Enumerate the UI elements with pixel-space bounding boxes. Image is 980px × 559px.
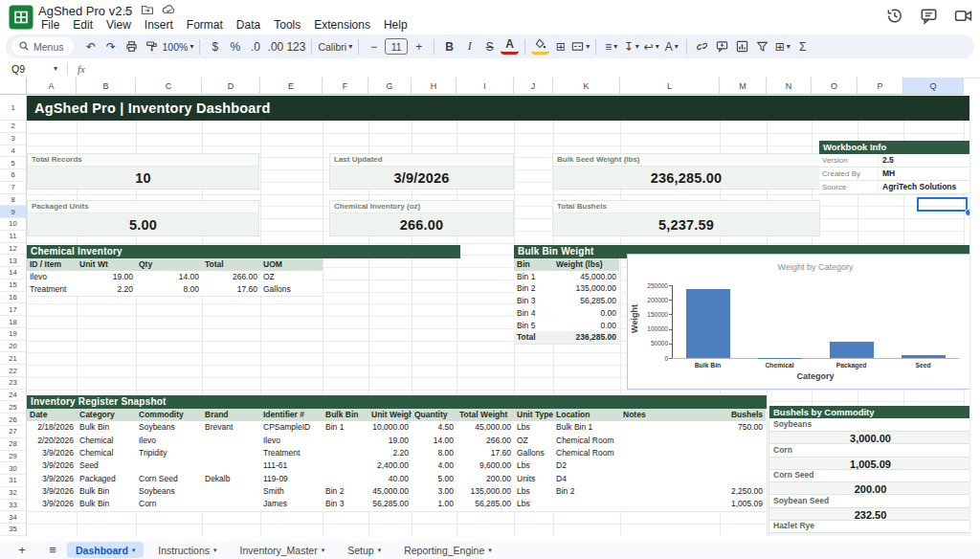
register-header-cell[interactable]: Brand bbox=[202, 409, 260, 421]
stat-card-bulk-seed-weight-lbs[interactable]: Bulk Seed Weight (lbs)236,285.00 bbox=[552, 153, 820, 190]
bushels-value-soybean-seed[interactable]: 232.50 bbox=[769, 507, 971, 521]
register-header-cell[interactable]: Identifier # bbox=[260, 409, 323, 421]
sheet-tab-inventory-master[interactable]: Inventory_Master▾ bbox=[232, 542, 334, 558]
register-cell[interactable]: 2.20 bbox=[368, 447, 412, 459]
register-cell[interactable]: 45,000.00 bbox=[368, 485, 412, 498]
row-header-11[interactable]: 11 bbox=[0, 231, 27, 243]
register-cell[interactable] bbox=[202, 498, 260, 510]
row-header-7[interactable]: 7 bbox=[0, 182, 27, 194]
column-header-A[interactable]: A bbox=[27, 78, 77, 95]
workbook-info-row[interactable]: Created ByMH bbox=[819, 168, 969, 181]
menu-file[interactable]: File bbox=[34, 17, 66, 34]
register-cell[interactable]: Soybeans bbox=[136, 485, 202, 498]
register-cell[interactable] bbox=[136, 459, 202, 472]
register-cell[interactable]: OZ bbox=[514, 435, 553, 447]
star-icon[interactable]: ☆ bbox=[122, 5, 133, 18]
row-header-24[interactable]: 24 bbox=[0, 390, 27, 402]
row-header-4[interactable]: 4 bbox=[0, 145, 27, 158]
register-cell[interactable] bbox=[620, 473, 720, 485]
add-sheet-button[interactable]: + bbox=[13, 543, 31, 557]
workbook-info-row[interactable]: Version2.5 bbox=[819, 154, 969, 168]
register-cell[interactable] bbox=[202, 447, 260, 459]
sheet-tab-menu-icon[interactable]: ▾ bbox=[213, 547, 217, 554]
column-header-G[interactable]: G bbox=[368, 78, 412, 95]
register-header-cell[interactable]: Bulk Bin bbox=[323, 409, 368, 421]
register-cell[interactable]: 3/9/2026 bbox=[27, 473, 77, 485]
sheet-tab-menu-icon[interactable]: ▾ bbox=[132, 547, 136, 554]
row-header-30[interactable]: 30 bbox=[0, 462, 27, 475]
chemical-header-cell[interactable]: Qty bbox=[136, 258, 202, 271]
register-cell[interactable]: 200.00 bbox=[457, 473, 514, 485]
column-header-J[interactable]: J bbox=[514, 78, 553, 95]
register-cell[interactable]: Lbs bbox=[514, 498, 553, 510]
text-rotation-button[interactable]: A▾ bbox=[662, 37, 680, 56]
column-header-F[interactable]: F bbox=[323, 78, 368, 95]
menu-edit[interactable]: Edit bbox=[66, 17, 100, 34]
menu-format[interactable]: Format bbox=[180, 17, 230, 34]
sheet-tab-reporting-engine[interactable]: Reporting_Engine▾ bbox=[395, 542, 501, 558]
bin-header-cell[interactable]: Weight (lbs) bbox=[553, 258, 619, 271]
row-header-20[interactable]: 20 bbox=[0, 341, 27, 353]
document-title[interactable]: AgShed Pro v2.5 bbox=[38, 4, 132, 18]
register-cell[interactable]: Corn bbox=[136, 498, 202, 510]
zoom-select[interactable]: 100%▾ bbox=[163, 37, 194, 56]
register-cell[interactable]: 9,600.00 bbox=[457, 459, 514, 472]
percent-format-button[interactable]: % bbox=[226, 37, 244, 56]
register-cell[interactable] bbox=[323, 435, 368, 447]
chemical-cell[interactable]: Gallons bbox=[260, 283, 323, 296]
register-cell[interactable] bbox=[620, 459, 720, 472]
row-header-33[interactable]: 33 bbox=[0, 500, 27, 512]
bin-cell[interactable]: Bin 2 bbox=[514, 282, 553, 295]
register-cell[interactable]: 135,000.00 bbox=[457, 485, 514, 498]
insert-link-button[interactable] bbox=[693, 37, 711, 56]
register-header-cell[interactable]: Location bbox=[553, 409, 620, 421]
column-header-O[interactable]: O bbox=[812, 78, 858, 95]
chemical-cell[interactable]: 17.60 bbox=[202, 283, 260, 296]
column-header-Q[interactable]: Q bbox=[903, 78, 964, 95]
register-cell[interactable] bbox=[720, 459, 766, 472]
version-history-icon[interactable] bbox=[885, 7, 903, 29]
bushels-label-soybean-seed[interactable]: Soybean Seed bbox=[769, 495, 971, 507]
chemical-header-cell[interactable]: ID / Item bbox=[27, 258, 77, 271]
register-cell[interactable]: Bin 1 bbox=[323, 421, 368, 434]
row-header-14[interactable]: 14 bbox=[0, 267, 27, 280]
row-header-9[interactable]: 9 bbox=[0, 206, 27, 218]
register-cell[interactable]: Seed bbox=[77, 459, 136, 472]
register-cell[interactable]: Brevant bbox=[202, 421, 260, 434]
register-cell[interactable]: Chemical Room bbox=[553, 447, 620, 459]
chemical-cell[interactable]: OZ bbox=[260, 271, 323, 283]
register-cell[interactable]: 119-09 bbox=[260, 473, 323, 485]
register-cell[interactable] bbox=[620, 447, 720, 459]
register-cell[interactable]: 3.00 bbox=[412, 485, 457, 498]
bin-cell[interactable]: 135,000.00 bbox=[553, 282, 619, 295]
register-cell[interactable]: 8.00 bbox=[412, 447, 457, 459]
register-cell[interactable]: Smith bbox=[260, 485, 323, 498]
selected-cell-outline[interactable] bbox=[917, 197, 968, 212]
row-header-22[interactable]: 22 bbox=[0, 365, 27, 377]
font-select[interactable]: Calibri▾ bbox=[318, 37, 352, 56]
register-cell[interactable]: CPSampleID bbox=[260, 421, 323, 434]
row-header-10[interactable]: 10 bbox=[0, 218, 27, 231]
column-header-C[interactable]: C bbox=[136, 78, 202, 95]
all-sheets-button[interactable]: ≡ bbox=[44, 543, 61, 557]
register-cell[interactable]: 266.00 bbox=[457, 435, 514, 447]
menus-search[interactable]: Menus bbox=[11, 37, 74, 56]
register-cell[interactable]: Corn Seed bbox=[136, 473, 202, 485]
row-header-34[interactable]: 34 bbox=[0, 511, 27, 524]
increase-font-size-button[interactable]: + bbox=[410, 37, 428, 56]
bushels-by-commodity-panel[interactable]: Bushels by Commodity Soybeans3,000.00Cor… bbox=[768, 406, 971, 536]
vertical-align-button[interactable]: ↧▾ bbox=[622, 37, 640, 56]
print-button[interactable] bbox=[122, 37, 141, 56]
register-cell[interactable]: Tripidity bbox=[136, 447, 202, 459]
register-cell[interactable]: James bbox=[260, 498, 323, 510]
register-header-cell[interactable]: Unit Type bbox=[514, 409, 553, 421]
register-header-cell[interactable]: Quantity bbox=[412, 409, 457, 421]
column-header-B[interactable]: B bbox=[77, 78, 136, 95]
bin-cell[interactable]: Total bbox=[514, 331, 553, 344]
register-cell[interactable]: 2/20/2026 bbox=[27, 435, 77, 447]
register-cell[interactable]: Dekalb bbox=[202, 473, 260, 485]
column-header-E[interactable]: E bbox=[260, 78, 323, 95]
column-header-L[interactable]: L bbox=[620, 78, 720, 95]
register-header-cell[interactable]: Bushels bbox=[720, 409, 766, 421]
register-cell[interactable]: Soybeans bbox=[136, 421, 202, 434]
